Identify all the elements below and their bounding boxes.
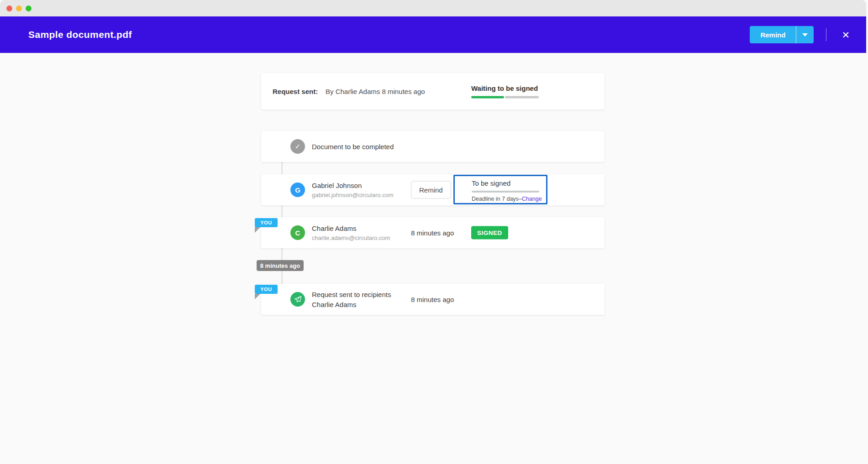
remind-split-button: Remind	[750, 26, 814, 43]
avatar: G	[290, 182, 305, 197]
window-titlebar	[0, 0, 866, 16]
event-time: 8 minutes ago	[411, 296, 454, 303]
deadline-text: Deadline in 7 days–	[472, 196, 522, 202]
paper-plane-icon	[290, 292, 305, 307]
deadline-row: Deadline in 7 days–Change	[472, 196, 546, 202]
event-title: Request sent to recipients	[312, 291, 391, 298]
progress-segment-pending	[505, 96, 539, 99]
signed-status-badge: SIGNED	[471, 226, 508, 240]
request-sent-byline: By Charlie Adams 8 minutes ago	[326, 88, 425, 95]
header-divider	[826, 28, 826, 41]
recipient-progress-bar	[472, 191, 539, 193]
recipient-name: Charlie Adams	[312, 224, 390, 232]
you-badge: YOU	[255, 218, 278, 227]
document-header: Sample document.pdf Remind ✕	[0, 16, 866, 53]
remind-dropdown-button[interactable]	[796, 26, 814, 43]
you-badge-wrap: YOU	[255, 285, 278, 299]
document-title: Sample document.pdf	[28, 29, 132, 40]
document-step-card: ✓ Document to be completed	[261, 131, 605, 162]
signing-progress-bar	[471, 96, 539, 99]
you-badge-tail	[255, 294, 260, 299]
recipient-email: gabriel.johnson@circularo.com	[312, 192, 394, 198]
recipient-identity: Gabriel Johnson gabriel.johnson@circular…	[312, 182, 394, 198]
header-actions: Remind ✕	[750, 26, 852, 43]
maximize-window-button[interactable]	[26, 5, 32, 11]
timeline-time-tag: 8 minutes ago	[257, 260, 304, 271]
request-sent-event-card: YOU Request sent to recipients Charlie A…	[261, 284, 605, 315]
event-text: Request sent to recipients Charlie Adams	[312, 291, 391, 308]
change-deadline-link[interactable]: Change	[522, 196, 542, 202]
recipient-identity: Charlie Adams charlie.adams@circularo.co…	[312, 224, 390, 241]
to-be-signed-label: To be signed	[472, 179, 546, 187]
remind-recipient-button[interactable]: Remind	[411, 181, 451, 199]
recipient-name: Gabriel Johnson	[312, 182, 394, 189]
main-content: Request sent: By Charlie Adams 8 minutes…	[0, 53, 868, 464]
close-button[interactable]: ✕	[839, 28, 852, 42]
request-summary-card: Request sent: By Charlie Adams 8 minutes…	[261, 73, 605, 109]
you-badge: YOU	[255, 285, 278, 294]
close-window-button[interactable]	[6, 5, 12, 11]
minimize-window-button[interactable]	[16, 5, 22, 11]
progress-segment-complete	[471, 96, 504, 99]
you-badge-wrap: YOU	[255, 218, 278, 233]
avatar: C	[290, 225, 305, 240]
document-step-label: Document to be completed	[312, 143, 394, 151]
signing-status: Waiting to be signed	[471, 84, 539, 99]
you-badge-tail	[255, 227, 260, 233]
chevron-down-icon	[802, 33, 808, 36]
check-icon: ✓	[290, 139, 305, 154]
to-be-signed-highlight-box: To be signed Deadline in 7 days–Change	[453, 175, 547, 204]
remind-button[interactable]: Remind	[750, 26, 796, 43]
signed-time: 8 minutes ago	[411, 229, 454, 237]
event-subtitle: Charlie Adams	[312, 301, 391, 308]
status-heading: Waiting to be signed	[471, 84, 539, 92]
recipient-row-gabriel: G Gabriel Johnson gabriel.johnson@circul…	[261, 174, 605, 205]
recipient-row-charlie: YOU C Charlie Adams charlie.adams@circul…	[261, 217, 605, 248]
recipient-email: charlie.adams@circularo.com	[312, 235, 390, 241]
request-sent-label: Request sent:	[273, 88, 318, 95]
